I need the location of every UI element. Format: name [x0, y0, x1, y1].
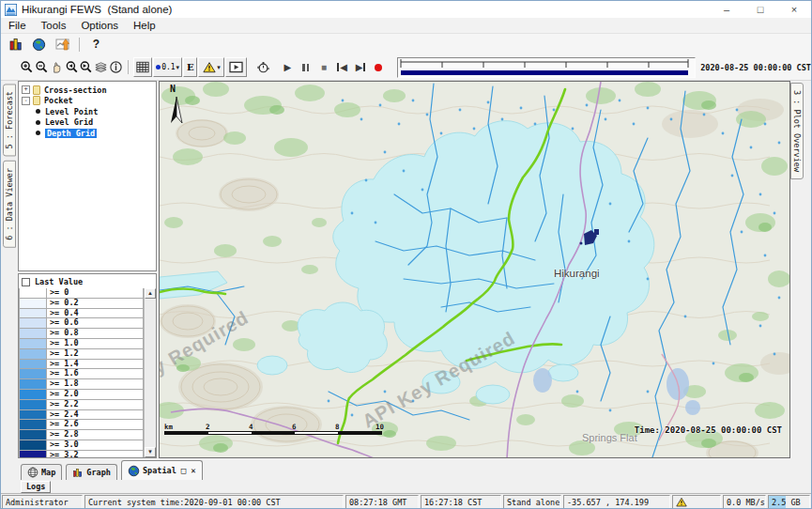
- time-settings-button[interactable]: [256, 58, 271, 77]
- legend-row: >= 0.4: [19, 309, 144, 319]
- bullet-icon: [36, 131, 40, 135]
- warning-dropdown[interactable]: ▾: [198, 57, 224, 77]
- legend-row: >= 1.0: [19, 339, 144, 349]
- timeline-datetime: 2020-08-25 00:00:00 CST: [700, 63, 811, 72]
- zoom-next-button[interactable]: [79, 58, 94, 77]
- legend-row: >= 1.8: [19, 379, 144, 390]
- left-tab-strip: 5 : Forecast 6 : Data Viewer: [1, 81, 18, 458]
- menu-bar: File Tools Options Help: [1, 18, 811, 34]
- tab-close-icon[interactable]: ✕: [191, 466, 195, 475]
- folder-icon: [33, 96, 40, 105]
- legend-scrollbar[interactable]: ▲ ▼: [144, 288, 156, 457]
- app-window: Hikurangi FEWS (Stand alone) – □ × File …: [0, 0, 812, 509]
- step-forward-button[interactable]: ▶: [351, 58, 369, 77]
- legend-row: >= 1.2: [19, 349, 144, 360]
- expand-icon[interactable]: +: [22, 85, 30, 94]
- timeseries-button[interactable]: [4, 35, 27, 54]
- close-button[interactable]: ×: [777, 1, 811, 18]
- status-warning-cell[interactable]: [672, 495, 721, 509]
- tree-item-level-point[interactable]: Level Point: [20, 106, 155, 117]
- scroll-up-icon[interactable]: ▲: [145, 288, 156, 299]
- bullet-icon: [36, 120, 40, 125]
- left-panel: + Cross-section - Pocket Level Point Lev…: [18, 81, 159, 458]
- status-user: Administrator: [2, 495, 83, 509]
- chevron-down-icon: ▾: [176, 64, 180, 71]
- maximize-button[interactable]: □: [743, 1, 777, 18]
- play-button[interactable]: ▶: [279, 58, 297, 77]
- bullet-icon: [36, 109, 40, 114]
- minimize-button[interactable]: –: [710, 1, 743, 18]
- status-mode: Stand alone: [503, 495, 561, 509]
- main-region: 5 : Forecast 6 : Data Viewer + Cross-sec…: [1, 81, 811, 458]
- tree-item-depth-grid[interactable]: Depth Grid: [20, 128, 155, 139]
- menu-options[interactable]: Options: [73, 20, 126, 31]
- legend-row: >= 3.0: [19, 440, 144, 451]
- map-display-button[interactable]: [27, 35, 51, 54]
- stop-button[interactable]: ■: [314, 58, 332, 77]
- longitudinal-profile-button[interactable]: E: [183, 57, 197, 77]
- pause-button[interactable]: [297, 58, 314, 77]
- animation-button[interactable]: [225, 57, 246, 77]
- legend-list: >= 0 >= 0.2 >= 0.4 >= 0.6 >= 0.8 >= 1.0 …: [19, 288, 144, 457]
- tree-item-level-grid[interactable]: Level Grid: [20, 117, 155, 129]
- tab-plot-overview[interactable]: 3 : Plot Overview: [790, 83, 804, 179]
- map-toolbar: 0.1▾ E ▾ ▶ ■ ◀ ▶ 2020-08-25 00:00:00 CST: [1, 54, 811, 81]
- threshold-dot-icon: [156, 65, 161, 69]
- collapse-icon[interactable]: -: [22, 97, 30, 105]
- threshold-value: 0.1: [161, 63, 175, 71]
- status-local-time: 16:27:18 CST: [421, 495, 501, 509]
- right-tab-strip: 3 : Plot Overview: [790, 81, 811, 458]
- tab-data-viewer[interactable]: 6 : Data Viewer: [3, 161, 16, 248]
- town-label: Hikurangi: [554, 268, 600, 279]
- record-button[interactable]: [370, 58, 388, 77]
- layer-tree: + Cross-section - Pocket Level Point Lev…: [18, 81, 157, 271]
- window-title: Hikurangi FEWS (Stand alone): [22, 4, 172, 15]
- map-canvas[interactable]: N API Key Required API Key Required Hiku…: [159, 81, 790, 458]
- app-logo-icon: [5, 4, 17, 16]
- zoom-out-button[interactable]: [35, 58, 50, 77]
- warning-icon: [676, 497, 687, 507]
- info-button[interactable]: [109, 58, 124, 77]
- status-rate: 0.0 MB/s: [723, 495, 766, 509]
- map-time-label: Time: 2020-08-25 00:00:00 CST: [635, 425, 782, 435]
- menu-help[interactable]: Help: [126, 20, 163, 31]
- chevron-down-icon: ▾: [217, 64, 221, 71]
- help-button[interactable]: ?: [84, 35, 108, 54]
- main-toolbar: ?: [1, 34, 811, 54]
- legend-panel: Last Value >= 0 >= 0.2 >= 0.4 >= 0.6 >= …: [18, 273, 157, 458]
- menu-tools[interactable]: Tools: [34, 20, 74, 31]
- timeline-range-bar: [401, 70, 688, 75]
- tab-maximize-icon[interactable]: □: [181, 466, 186, 475]
- pan-button[interactable]: [50, 58, 65, 77]
- step-back-button[interactable]: ◀: [333, 58, 351, 77]
- profile-display-button[interactable]: [51, 35, 74, 54]
- warning-icon: [203, 61, 216, 73]
- timeline-slider[interactable]: [397, 57, 696, 78]
- legend-row: >= 2.2: [19, 400, 144, 410]
- legend-row: >= 3.2: [19, 451, 144, 457]
- tree-item-cross-section[interactable]: + Cross-section: [20, 85, 155, 96]
- globe-wireframe-icon: [27, 467, 38, 478]
- logs-button[interactable]: Logs: [21, 481, 51, 493]
- place-label: Springs Flat: [582, 432, 637, 443]
- status-gmt-time: 08:27:18 GMT: [345, 495, 419, 509]
- tab-forecast[interactable]: 5 : Forecast: [3, 84, 16, 156]
- tab-graph[interactable]: Graph: [66, 464, 117, 480]
- grid-display-button[interactable]: [133, 57, 152, 77]
- menu-file[interactable]: File: [1, 20, 34, 31]
- tree-item-pocket[interactable]: - Pocket: [20, 96, 155, 107]
- layers-button[interactable]: [94, 58, 109, 77]
- status-bar: Administrator Current system time:2020-0…: [1, 493, 811, 509]
- zoom-in-button[interactable]: [20, 58, 35, 77]
- folder-icon: [33, 85, 40, 95]
- scroll-down-icon[interactable]: ▼: [145, 447, 156, 457]
- legend-row: >= 2.4: [19, 410, 144, 421]
- zoom-previous-button[interactable]: [64, 58, 79, 77]
- tab-map[interactable]: Map: [21, 464, 62, 480]
- threshold-dropdown[interactable]: 0.1▾: [153, 57, 183, 77]
- tab-spatial[interactable]: Spatial □ ✕: [121, 460, 203, 480]
- legend-row: >= 2.6: [19, 420, 144, 430]
- last-value-checkbox[interactable]: [22, 278, 30, 286]
- globe-icon: [128, 465, 140, 477]
- legend-row: >= 2.0: [19, 390, 144, 400]
